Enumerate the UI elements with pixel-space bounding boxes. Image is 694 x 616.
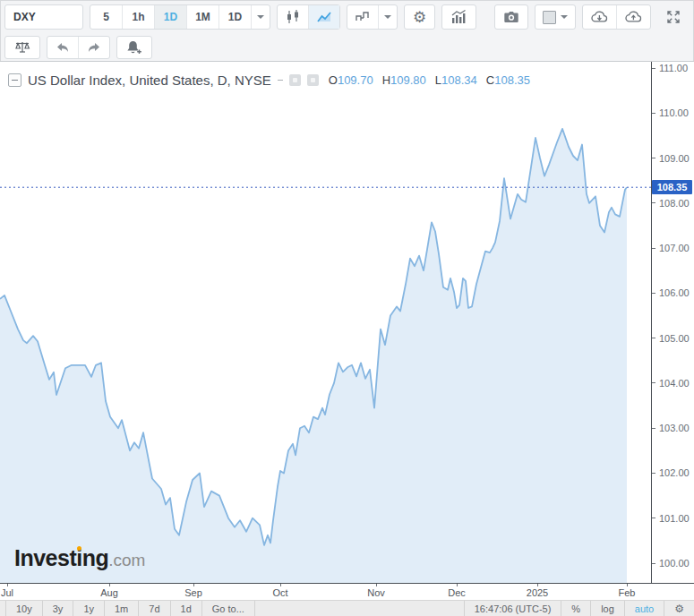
instrument-title[interactable]: US Dollar Index, United States, D, NYSE (28, 73, 271, 88)
interval-button-5-0[interactable]: 5 (90, 5, 123, 29)
area-chart-icon (316, 9, 332, 25)
price-tick-102.00: 102.00 (652, 467, 690, 478)
logo-text: Invest (14, 545, 76, 570)
price-tick-101.00: 101.00 (652, 513, 690, 524)
interval-button-1d-2[interactable]: 1D (155, 5, 187, 29)
undo-button[interactable] (47, 37, 79, 58)
theme-button[interactable] (535, 5, 575, 29)
snapshot-camera-button[interactable] (494, 4, 528, 30)
logo-i: i (76, 545, 81, 570)
time-tickmark (457, 584, 458, 586)
price-tick-110.00: 110.00 (652, 107, 689, 118)
range-button-1y[interactable]: 1y (73, 601, 105, 616)
logo-suffix: .com (108, 551, 145, 569)
symbol-input[interactable]: DXY (4, 4, 83, 30)
ohlc-c: C108.35 (486, 73, 530, 87)
price-plot[interactable] (0, 62, 651, 583)
goto-button[interactable]: Go to... (202, 601, 255, 616)
chevron-down-icon (561, 15, 568, 19)
time-tick-Jul: Jul (1, 587, 13, 598)
indicators-button[interactable] (441, 4, 476, 30)
alert-bell-plus-icon (125, 39, 143, 56)
time-tick-Sep: Sep (184, 587, 202, 598)
ohlc-l: L108.34 (435, 73, 477, 87)
logo-dot-icon (77, 546, 81, 551)
range-button-1d[interactable]: 1d (171, 601, 202, 616)
price-tick-108.00: 108.00 (652, 198, 690, 209)
time-tick-Feb: Feb (619, 587, 636, 598)
save-chart-button[interactable] (617, 5, 650, 29)
time-tick-Dec: Dec (448, 587, 466, 598)
settings-button[interactable]: ⚙ (404, 4, 435, 30)
drawing-toolbar (0, 34, 694, 61)
range-button-3y[interactable]: 3y (43, 601, 74, 616)
camera-icon (503, 9, 519, 25)
theme-group (535, 4, 576, 30)
price-tick-111.00: 111.00 (652, 63, 688, 73)
candlestick-chart-icon (285, 9, 301, 25)
chevron-down-icon (257, 15, 264, 19)
last-price-label: 108.35 (652, 180, 692, 194)
load-chart-button[interactable] (583, 5, 617, 29)
title-menu-dash-icon[interactable] (278, 80, 283, 81)
price-tick-106.00: 106.00 (652, 287, 690, 298)
percent-scale-button[interactable]: % (561, 601, 590, 616)
step-chart-button[interactable] (347, 5, 379, 29)
candlestick-chart-button[interactable] (278, 5, 309, 29)
step-chart-icon (355, 9, 371, 25)
cloud-group (582, 4, 651, 30)
time-tickmark (376, 584, 377, 586)
time-axis[interactable]: JulAugSepOctNovDec2025Feb (0, 583, 694, 601)
interval-button-1d-4[interactable]: 1D (219, 5, 252, 29)
ohlc-o: O109.70 (329, 73, 373, 87)
redo-button[interactable] (79, 37, 109, 58)
collapse-legend-icon[interactable] (8, 73, 21, 87)
bottom-toolbar: 10y3y1y1m7d1dGo to... 16:47:06 (UTC-5) %… (0, 600, 694, 616)
range-button-1m[interactable]: 1m (105, 601, 139, 616)
chevron-down-icon (384, 15, 391, 19)
area-chart-button[interactable] (309, 5, 339, 29)
range-button-10y[interactable]: 10y (5, 601, 43, 616)
cloud-download-icon (590, 9, 609, 25)
auto-scale-button[interactable]: auto (624, 601, 664, 616)
compare-button[interactable] (4, 36, 40, 59)
time-tick-Aug: Aug (100, 587, 118, 598)
cloud-upload-icon (624, 9, 643, 25)
log-scale-button[interactable]: log (590, 601, 624, 616)
clock-label[interactable]: 16:47:06 (UTC-5) (464, 601, 561, 616)
chart-pane[interactable]: US Dollar Index, United States, D, NYSE … (0, 61, 694, 600)
legend-toggle-icon[interactable] (289, 74, 301, 86)
price-axis[interactable]: 111.00110.00109.00108.00107.00106.00105.… (651, 62, 694, 583)
investing-logo: Investing.com (14, 545, 145, 571)
chart-style-dropdown-button[interactable] (379, 5, 397, 29)
range-button-7d[interactable]: 7d (139, 601, 170, 616)
time-tickmark (627, 584, 628, 586)
legend-toggle-icon-2[interactable] (307, 74, 319, 86)
top-toolbar: DXY 51h1D1M1D (0, 0, 694, 34)
ohlc-values: O109.70H109.80L108.34C108.35 (329, 73, 530, 87)
fullscreen-icon (665, 9, 681, 25)
chart-style-group (347, 4, 398, 30)
ohlc-h: H109.80 (382, 73, 426, 87)
interval-group: 51h1D1M1D (90, 4, 270, 30)
time-tickmark (280, 584, 281, 586)
interval-button-1m-3[interactable]: 1M (187, 5, 219, 29)
price-tick-109.00: 109.00 (652, 153, 690, 164)
time-tick-2025: 2025 (527, 587, 548, 598)
fullscreen-button[interactable] (657, 4, 690, 30)
logo-text-end: ng (82, 545, 109, 570)
time-tickmark (109, 584, 110, 586)
undo-icon (55, 39, 71, 56)
interval-button-1h-1[interactable]: 1h (123, 5, 155, 29)
time-tickmark (193, 584, 194, 586)
time-tick-Oct: Oct (272, 587, 287, 598)
time-tickmark (7, 584, 8, 586)
interval-dropdown-button[interactable] (252, 5, 270, 29)
undo-redo-group (47, 36, 110, 59)
price-tick-100.00: 100.00 (652, 558, 690, 569)
bottom-settings-button[interactable]: ⚙ (664, 601, 694, 616)
theme-swatch-icon (543, 11, 556, 24)
add-alert-button[interactable] (116, 36, 152, 59)
compare-scales-icon (13, 40, 31, 55)
gear-icon: ⚙ (413, 10, 426, 25)
